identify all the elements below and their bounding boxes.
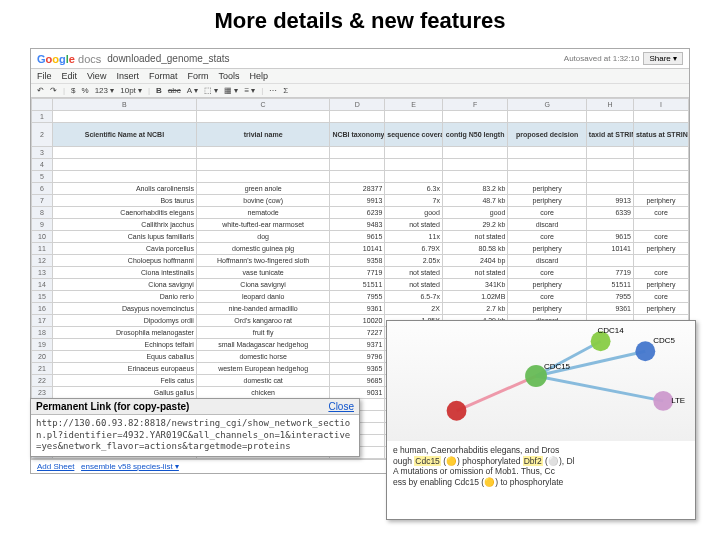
menu-form[interactable]: Form bbox=[187, 71, 208, 81]
table-row[interactable]: 5 bbox=[32, 171, 689, 183]
table-row[interactable]: 14Ciona savignyiCiona savignyi51511not s… bbox=[32, 279, 689, 291]
table-row[interactable]: 3 bbox=[32, 147, 689, 159]
table-row[interactable]: 11Cavia porcellusdomestic guinea pig1014… bbox=[32, 243, 689, 255]
popup-title: Permanent Link (for copy-paste) bbox=[36, 401, 189, 412]
table-row[interactable]: 15Danio rerioleopard danio79556.5-7x1.02… bbox=[32, 291, 689, 303]
percent-icon[interactable]: % bbox=[82, 86, 89, 95]
table-row[interactable]: 8Caenorhabditis elegansnematode6239goodg… bbox=[32, 207, 689, 219]
table-row[interactable]: 10Canis lupus familiarisdog961511xnot st… bbox=[32, 231, 689, 243]
network-graph[interactable]: CDC14 CDC5 CDC15 LTE bbox=[387, 321, 695, 441]
menu-file[interactable]: File bbox=[37, 71, 52, 81]
share-button[interactable]: Share ▾ bbox=[643, 52, 683, 65]
google-docs-logo: Google docs bbox=[37, 53, 101, 65]
undo-icon[interactable]: ↶ bbox=[37, 86, 44, 95]
table-row[interactable]: 7Bos taurusbovine (cow)99137x48.7 kbperi… bbox=[32, 195, 689, 207]
autosave-status: Autosaved at 1:32:10 bbox=[564, 54, 640, 63]
slide-title: More details & new features bbox=[0, 0, 720, 40]
node-label-cdc5: CDC5 bbox=[653, 336, 675, 345]
table-row[interactable]: 1 bbox=[32, 111, 689, 123]
menu-format[interactable]: Format bbox=[149, 71, 178, 81]
network-text-snippet: e human, Caenorhabditis elegans, and Dro… bbox=[387, 441, 695, 492]
table-button[interactable]: ▦ ▾ bbox=[224, 86, 238, 95]
node-label-cdc14: CDC14 bbox=[598, 326, 625, 335]
docs-header: Google docs downloaded_genome_stats Auto… bbox=[31, 49, 689, 69]
font-size[interactable]: 10pt ▾ bbox=[120, 86, 142, 95]
lines-button[interactable]: ≡ ▾ bbox=[244, 86, 255, 95]
table-row[interactable]: 2Scientific Name at NCBItrivial nameNCBI… bbox=[32, 123, 689, 147]
close-link[interactable]: Close bbox=[328, 401, 354, 412]
number-format[interactable]: 123 ▾ bbox=[95, 86, 115, 95]
menubar: File Edit View Insert Format Form Tools … bbox=[31, 69, 689, 84]
bold-button[interactable]: B bbox=[156, 86, 162, 95]
menu-help[interactable]: Help bbox=[249, 71, 268, 81]
align-button[interactable]: A ▾ bbox=[187, 86, 198, 95]
menu-edit[interactable]: Edit bbox=[62, 71, 78, 81]
table-row[interactable]: 4 bbox=[32, 159, 689, 171]
permanent-link-url[interactable]: http://130.60.93.82:8818/newstring_cgi/s… bbox=[31, 415, 359, 456]
currency-icon[interactable]: $ bbox=[71, 86, 75, 95]
strike-button[interactable]: abc bbox=[168, 86, 181, 95]
menu-insert[interactable]: Insert bbox=[116, 71, 139, 81]
fill-button[interactable]: ⬚ ▾ bbox=[204, 86, 218, 95]
permanent-link-popup: Permanent Link (for copy-paste) Close ht… bbox=[30, 398, 360, 457]
add-sheet-link[interactable]: Add Sheet bbox=[37, 462, 74, 471]
table-row[interactable]: 9Callithrix jacchuswhite-tufted-ear marm… bbox=[32, 219, 689, 231]
sigma-button[interactable]: Σ bbox=[283, 86, 288, 95]
table-row[interactable]: 16Dasypus novemcinctusnine-banded armadi… bbox=[32, 303, 689, 315]
svg-point-4 bbox=[447, 401, 467, 421]
menu-tools[interactable]: Tools bbox=[218, 71, 239, 81]
toolbar: ↶ ↷ | $ % 123 ▾ 10pt ▾ | B abc A ▾ ⬚ ▾ ▦… bbox=[31, 84, 689, 98]
table-row[interactable]: 6Anolis carolinensisgreen anole283776.3x… bbox=[32, 183, 689, 195]
node-label-cdc15: CDC15 bbox=[544, 362, 571, 371]
more-button[interactable]: ⋯ bbox=[269, 86, 277, 95]
column-headers: BCDEFGHI bbox=[32, 99, 689, 111]
svg-point-8 bbox=[653, 391, 673, 411]
menu-view[interactable]: View bbox=[87, 71, 106, 81]
table-row[interactable]: 12Choloepus hoffmanniHoffmann's two-fing… bbox=[32, 255, 689, 267]
redo-icon[interactable]: ↷ bbox=[50, 86, 57, 95]
svg-line-3 bbox=[536, 376, 663, 401]
node-label-lte: LTE bbox=[671, 396, 685, 405]
svg-line-0 bbox=[457, 376, 536, 411]
table-row[interactable]: 13Ciona intestinalisvase tunicate7719not… bbox=[32, 267, 689, 279]
network-panel: CDC14 CDC5 CDC15 LTE e human, Caenorhabd… bbox=[386, 320, 696, 520]
sheet-tab[interactable]: ensemble v58 species-list ▾ bbox=[81, 462, 179, 471]
document-title[interactable]: downloaded_genome_stats bbox=[107, 53, 564, 64]
